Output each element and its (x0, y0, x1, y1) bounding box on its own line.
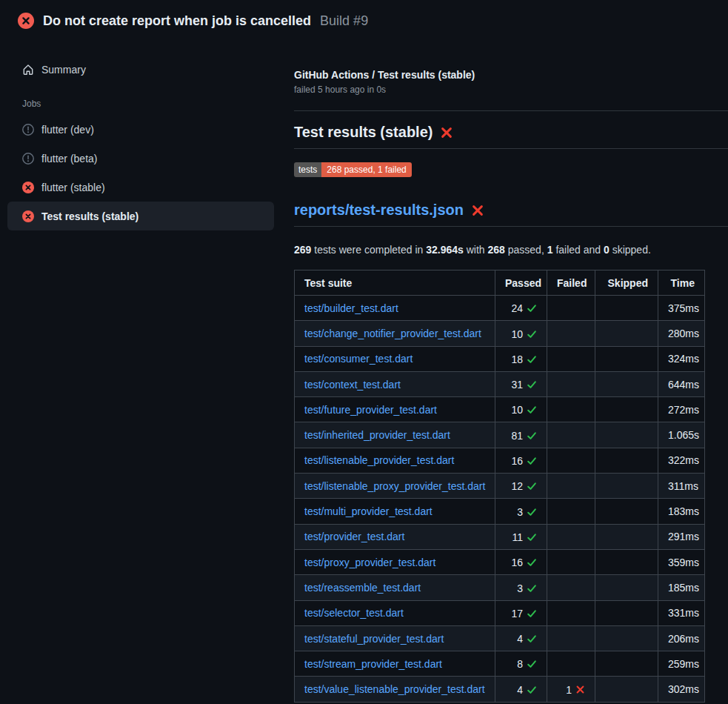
failed-cell (547, 549, 595, 574)
passed-cell-value: 10 (511, 327, 537, 342)
green-check-icon (527, 405, 537, 415)
time-cell: 183ms (658, 499, 705, 524)
table-row: test/builder_test.dart24375ms (295, 296, 705, 321)
skipped-cell (595, 575, 658, 600)
summary-text: passed, (505, 244, 547, 256)
alert-circle-icon (22, 153, 34, 165)
section-heading: Test results (stable) (294, 124, 728, 149)
suite-link[interactable]: test/future_provider_test.dart (304, 404, 437, 416)
failed-cell: 1 (547, 677, 595, 702)
sidebar-summary-label: Summary (41, 64, 86, 76)
time-cell: 291ms (658, 524, 705, 549)
suite-link[interactable]: test/context_test.dart (304, 379, 401, 391)
green-check-icon (527, 507, 537, 517)
suite-link[interactable]: test/provider_test.dart (304, 531, 404, 542)
green-check-icon (527, 634, 537, 644)
green-check-icon (527, 379, 537, 390)
green-check-icon (527, 557, 537, 568)
passed-cell: 31 (495, 371, 547, 396)
skipped-cell (595, 524, 658, 549)
suite-link[interactable]: test/builder_test.dart (304, 302, 398, 314)
time-cell: 1.065s (658, 422, 705, 448)
summary-text: tests were completed in (311, 244, 426, 256)
failed-cell (547, 499, 595, 524)
sidebar-job-item[interactable]: flutter (dev) (7, 115, 274, 144)
time-cell: 272ms (658, 397, 705, 422)
suite-link[interactable]: test/listenable_proxy_provider_test.dart (304, 480, 485, 492)
suite-link[interactable]: test/stateful_provider_test.dart (304, 633, 444, 645)
passed-cell: 12 (495, 474, 547, 499)
passed-cell: 3 (495, 499, 547, 524)
sidebar-job-item[interactable]: flutter (stable) (7, 173, 274, 202)
green-check-icon (527, 354, 537, 365)
passed-cell-value: 31 (511, 377, 537, 392)
passed-cell: 4 (495, 625, 547, 651)
x-circle-fill-icon (22, 182, 34, 193)
green-check-icon (527, 303, 537, 313)
suite-cell: test/change_notifier_provider_test.dart (295, 321, 495, 346)
time-cell: 185ms (658, 575, 705, 600)
table-header-row: Test suitePassedFailedSkippedTime (295, 270, 705, 296)
table-row: test/change_notifier_provider_test.dart1… (295, 321, 705, 346)
sidebar-item-summary[interactable]: Summary (7, 55, 274, 84)
passed-cell: 81 (495, 422, 547, 448)
time-cell: 311ms (658, 474, 705, 499)
count-text: 16 (511, 454, 523, 468)
failed-cell (547, 625, 595, 651)
sidebar-job-item[interactable]: flutter (beta) (7, 144, 274, 173)
count-text: 16 (511, 555, 523, 570)
job-label: flutter (stable) (41, 182, 105, 193)
jobs-section-label: Jobs (22, 99, 281, 109)
table-row: test/value_listenable_provider_test.dart… (295, 677, 705, 702)
suite-cell: test/value_listenable_provider_test.dart (295, 677, 495, 702)
sidebar-job-item[interactable]: Test results (stable) (7, 202, 274, 230)
skipped-cell (595, 600, 658, 625)
skipped-cell (595, 499, 658, 524)
alert-circle-icon (22, 124, 34, 136)
failed-cell (547, 524, 595, 549)
green-check-icon (527, 431, 537, 441)
suite-link[interactable]: test/proxy_provider_test.dart (304, 557, 435, 568)
suite-link[interactable]: test/selector_test.dart (304, 607, 404, 619)
report-file-link[interactable]: reports/test-results.json (294, 202, 464, 219)
summary-number: 0 (604, 244, 610, 256)
suite-link[interactable]: test/stream_provider_test.dart (304, 658, 442, 670)
suite-link[interactable]: test/reassemble_test.dart (304, 582, 421, 594)
suite-cell: test/multi_provider_test.dart (295, 499, 495, 524)
suite-cell: test/stateful_provider_test.dart (295, 625, 495, 651)
run-title: Do not create report when job is cancell… (43, 13, 311, 29)
suite-cell: test/context_test.dart (295, 371, 495, 396)
suite-link[interactable]: test/change_notifier_provider_test.dart (304, 328, 481, 339)
divider (294, 110, 728, 111)
suite-link[interactable]: test/consumer_test.dart (304, 353, 413, 365)
main-content: GitHub Actions / Test results (stable) f… (281, 41, 728, 704)
passed-cell-value: 12 (511, 479, 537, 494)
passed-cell-value: 16 (511, 555, 537, 570)
suite-link[interactable]: test/multi_provider_test.dart (304, 505, 433, 517)
summary-text: skipped. (610, 244, 651, 256)
count-text: 24 (511, 301, 523, 316)
suite-link[interactable]: test/value_listenable_provider_test.dart (304, 683, 485, 695)
failed-cell (547, 321, 595, 346)
time-cell: 322ms (658, 448, 705, 473)
skipped-cell (595, 448, 658, 473)
summary-number: 1 (547, 244, 553, 256)
passed-cell-value: 81 (511, 428, 537, 443)
summary-text: with (464, 244, 488, 256)
suite-link[interactable]: test/inherited_provider_test.dart (304, 429, 450, 441)
failed-cell (547, 371, 595, 396)
jobs-list: flutter (dev)flutter (beta)flutter (stab… (0, 115, 281, 230)
failed-cell (547, 296, 595, 321)
passed-cell-value: 17 (511, 606, 537, 621)
suite-link[interactable]: test/listenable_provider_test.dart (304, 454, 454, 466)
column-header: Skipped (595, 270, 658, 296)
build-number: Build #9 (320, 13, 368, 29)
passed-cell: 11 (495, 524, 547, 549)
tests-badge: tests 268 passed, 1 failed (294, 162, 412, 177)
table-row: test/reassemble_test.dart3185ms (295, 575, 705, 600)
passed-cell-value: 18 (511, 352, 537, 367)
summary-sentence: 269 tests were completed in 32.964s with… (294, 244, 728, 256)
table-row: test/proxy_provider_test.dart16359ms (295, 549, 705, 574)
skipped-cell (595, 296, 658, 321)
failed-cell (547, 422, 595, 448)
